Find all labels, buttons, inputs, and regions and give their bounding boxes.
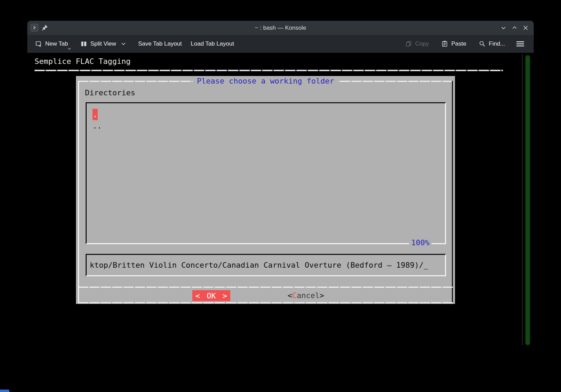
new-tab-label: New Tab [45, 40, 68, 47]
cancel-label: ancel [297, 291, 320, 300]
maximize-button[interactable] [511, 25, 518, 31]
paste-button[interactable]: Paste [437, 38, 470, 49]
directory-list[interactable]: . .. [86, 102, 446, 244]
dialog-border-right [452, 81, 453, 303]
list-item[interactable]: . [93, 109, 445, 120]
terminal-scrollbar[interactable] [525, 55, 530, 345]
dialog-border-left [78, 81, 79, 303]
split-view-label: Split View [90, 40, 116, 47]
load-tab-layout-label: Load Tab Layout [191, 40, 234, 47]
find-button[interactable]: Find... [475, 38, 509, 49]
new-tab-button[interactable]: New Tab [31, 38, 72, 49]
chevron-down-icon [68, 48, 71, 50]
window-title: ~ : bash — Konsole [27, 21, 534, 35]
ok-bracket-right: > [223, 291, 227, 300]
cancel-bracket-right: > [320, 291, 324, 300]
app-header: Semplice FLAC Tagging [35, 56, 130, 67]
toolbar-right: Copy Paste Find... [402, 38, 534, 49]
button-separator [78, 287, 453, 288]
selected-directory[interactable]: . [93, 109, 98, 120]
ok-button[interactable]: < OK > [192, 290, 230, 301]
dialog-title: Please choose a working folder [76, 77, 455, 86]
copy-label: Copy [415, 40, 429, 47]
hamburger-menu-icon [516, 41, 524, 47]
text-cursor: _ [424, 261, 428, 269]
find-label: Find... [489, 40, 505, 47]
cancel-hotkey: C [292, 291, 297, 300]
copy-icon [405, 40, 412, 47]
window-controls [500, 21, 529, 35]
toolbar: New Tab Split View Save Tab Layout [27, 35, 534, 53]
split-view-button[interactable]: Split View [77, 38, 129, 49]
cancel-bracket-left: < [288, 291, 292, 300]
directories-label: Directories [85, 88, 135, 97]
paste-icon [441, 40, 448, 47]
paste-label: Paste [451, 40, 466, 47]
scrollbar-track-divider [522, 54, 523, 345]
copy-button[interactable]: Copy [402, 38, 433, 49]
split-view-icon [80, 40, 87, 47]
taskbar-corner [0, 390, 9, 392]
choose-folder-dialog: Please choose a working folder Directori… [76, 76, 455, 304]
ok-bracket-left: < [195, 291, 200, 300]
titlebar[interactable]: ~ : bash — Konsole [27, 21, 534, 35]
scroll-percentage: 100% [409, 238, 432, 247]
path-input[interactable]: ktop/Britten Violin Concerto/Canadian Ca… [86, 254, 446, 276]
toolbar-left: New Tab Split View Save Tab Layout [27, 38, 238, 49]
save-tab-layout-label: Save Tab Layout [138, 40, 182, 47]
save-tab-layout-button[interactable]: Save Tab Layout [134, 38, 185, 49]
minimize-button[interactable] [500, 25, 507, 31]
ok-label: OK [207, 291, 216, 300]
directory-entry[interactable]: .. [93, 122, 102, 130]
close-button[interactable] [522, 25, 529, 31]
load-tab-layout-button[interactable]: Load Tab Layout [187, 38, 238, 49]
new-tab-icon [35, 40, 42, 47]
terminal-view[interactable]: Semplice FLAC Tagging Please choose a wo… [27, 53, 534, 346]
list-item[interactable]: .. [93, 120, 445, 132]
header-rule [35, 70, 503, 71]
screen: ~ : bash — Konsole New [0, 0, 561, 392]
dialog-border-bottom [78, 302, 453, 303]
cancel-button[interactable]: <Cancel> [288, 290, 324, 301]
search-icon [479, 40, 486, 47]
path-input-value: ktop/Britten Violin Concerto/Canadian Ca… [90, 261, 424, 269]
hamburger-menu-button[interactable] [512, 39, 528, 49]
chevron-down-icon [121, 42, 126, 46]
konsole-window: ~ : bash — Konsole New [27, 21, 534, 346]
